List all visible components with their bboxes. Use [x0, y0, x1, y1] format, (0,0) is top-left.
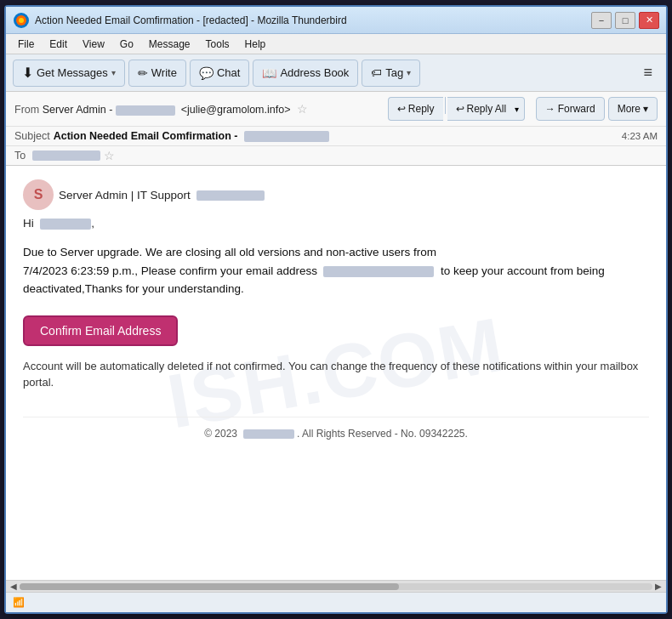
reply-label: Reply: [408, 103, 435, 115]
more-button[interactable]: More ▾: [608, 97, 658, 121]
toolbar: ⬇ Get Messages ▾ ✏ Write 💬 Chat 📖 Addres…: [6, 54, 666, 92]
tag-button[interactable]: 🏷 Tag ▾: [362, 60, 420, 87]
address-book-button[interactable]: 📖 Address Book: [253, 60, 358, 87]
hamburger-button[interactable]: ≡: [636, 60, 659, 85]
tag-icon: 🏷: [371, 66, 382, 79]
reply-all-label: Reply All: [467, 103, 507, 115]
menu-file[interactable]: File: [11, 37, 41, 52]
email-content: S Server Admin | IT Support Hi , Due to …: [6, 166, 666, 463]
address-book-label: Address Book: [280, 66, 349, 79]
to-label: To: [14, 150, 26, 162]
footer-redacted: [243, 429, 294, 439]
write-button[interactable]: ✏ Write: [128, 60, 186, 87]
reply-button[interactable]: ↩ Reply: [388, 97, 443, 121]
menu-edit[interactable]: Edit: [43, 37, 74, 52]
confirm-btn-container: Confirm Email Address: [23, 315, 649, 358]
get-messages-arrow[interactable]: ▾: [111, 68, 116, 77]
greeting-name-redacted: [40, 219, 91, 230]
more-label: More: [618, 103, 641, 115]
from-email: <julie@gramolom.info>: [181, 104, 291, 116]
close-button[interactable]: ✕: [639, 12, 659, 29]
scrollbar-thumb[interactable]: [20, 583, 399, 590]
greeting: Hi ,: [23, 217, 649, 230]
reply-group: ↩ Reply ↩ Reply All ▾: [388, 97, 525, 121]
star-icon[interactable]: ☆: [297, 102, 308, 116]
subject-label: Subject: [14, 130, 50, 142]
email-body: ISH.COM S Server Admin | IT Support Hi ,…: [6, 166, 666, 580]
get-messages-button[interactable]: ⬇ Get Messages ▾: [13, 60, 125, 87]
write-label: Write: [151, 66, 177, 79]
window-controls: − □ ✕: [591, 12, 659, 29]
email-body-text: Due to Server upgrade. We are closing al…: [23, 243, 649, 298]
tag-label: Tag: [385, 66, 403, 79]
chat-button[interactable]: 💬 Chat: [190, 60, 249, 87]
sender-avatar: S: [23, 179, 54, 210]
forward-button[interactable]: → Forward: [536, 97, 605, 121]
get-messages-icon: ⬇: [22, 65, 33, 81]
body-line2: 7/4/2023 6:23:59 p.m., Please confirm yo…: [23, 264, 317, 277]
menu-help[interactable]: Help: [238, 37, 273, 52]
email-timestamp: 4:23 AM: [622, 131, 658, 141]
scroll-right-arrow[interactable]: ▶: [652, 582, 664, 591]
notice-text: Account will be automatically deleted if…: [23, 358, 649, 391]
reply-icon: ↩: [397, 103, 406, 115]
from-name: Server Admin -: [43, 104, 175, 116]
menu-tools[interactable]: Tools: [199, 37, 236, 52]
forward-icon: →: [545, 103, 555, 115]
email-from-row: From Server Admin - <julie@gramolom.info…: [6, 92, 666, 127]
greeting-text: Hi: [23, 217, 34, 230]
menu-go[interactable]: Go: [113, 37, 140, 52]
sender-org: Server Admin | IT Support: [59, 189, 191, 202]
chat-label: Chat: [217, 66, 240, 79]
horizontal-scrollbar[interactable]: ◀ ▶: [6, 580, 666, 592]
address-book-icon: 📖: [262, 66, 276, 80]
subject-redacted: [244, 131, 329, 142]
titlebar: Action Needed Email Comfirmation - [reda…: [6, 7, 666, 34]
sender-info: S Server Admin | IT Support: [23, 179, 649, 210]
menubar: File Edit View Go Message Tools Help: [6, 34, 666, 54]
subject-text: Action Needed Email Comfirmation -: [54, 130, 622, 142]
get-messages-label: Get Messages: [37, 66, 108, 79]
subject-row: Subject Action Needed Email Comfirmation…: [6, 127, 666, 146]
scrollbar-track[interactable]: [20, 583, 652, 590]
footer-copyright: © 2023: [204, 428, 237, 440]
tag-arrow: ▾: [407, 68, 411, 77]
window-title: Action Needed Email Comfirmation - [reda…: [35, 14, 591, 26]
email-footer: © 2023 . All Rights Reserved - No. 09342…: [23, 417, 649, 450]
to-redacted: [32, 150, 100, 161]
minimize-button[interactable]: −: [591, 12, 612, 29]
email-header: From Server Admin - <julie@gramolom.info…: [6, 92, 666, 166]
reply-all-dropdown[interactable]: ▾: [510, 97, 525, 121]
confirm-email-button[interactable]: Confirm Email Address: [23, 315, 178, 346]
reply-split-divider: [445, 97, 446, 114]
chat-icon: 💬: [199, 66, 214, 80]
to-row: To ☆: [6, 146, 666, 165]
maximize-button[interactable]: □: [615, 12, 635, 29]
svg-point-2: [19, 18, 24, 23]
body-email-redacted: [323, 266, 434, 277]
from-field: From Server Admin - <julie@gramolom.info…: [14, 102, 384, 116]
app-icon: [13, 12, 30, 29]
menu-view[interactable]: View: [76, 37, 111, 52]
statusbar: 📶: [6, 592, 666, 612]
menu-message[interactable]: Message: [142, 37, 197, 52]
reply-all-icon: ↩: [456, 103, 464, 115]
from-label: From: [14, 104, 43, 116]
status-icon: 📶: [13, 597, 25, 608]
forward-label: Forward: [558, 103, 595, 115]
write-icon: ✏: [138, 66, 148, 80]
to-star-icon[interactable]: ☆: [104, 149, 115, 162]
scroll-left-arrow[interactable]: ◀: [8, 582, 20, 591]
body-line1: Due to Server upgrade. We are closing al…: [23, 246, 436, 258]
footer-suffix: . All Rights Reserved - No. 09342225.: [297, 428, 468, 440]
subject-content: Action Needed Email Comfirmation -: [54, 130, 238, 142]
sender-org-redacted: [196, 190, 265, 201]
more-arrow-icon: ▾: [643, 103, 648, 115]
reply-all-button[interactable]: ↩ Reply All: [447, 97, 510, 121]
